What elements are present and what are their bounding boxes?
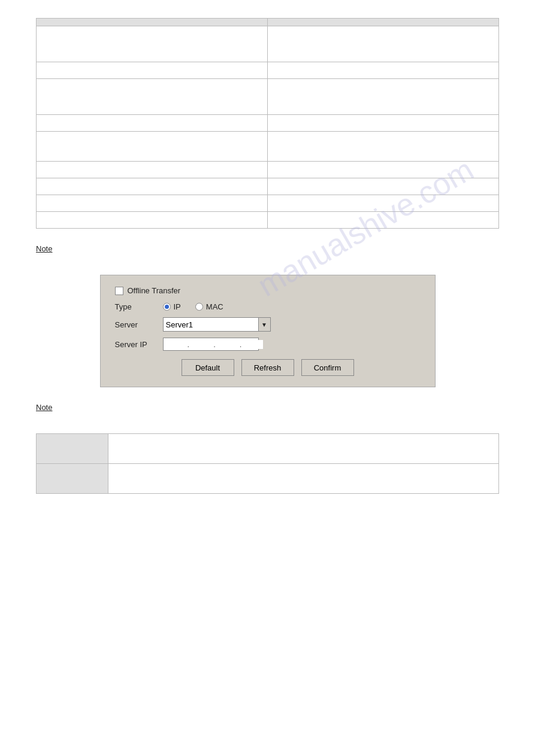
select-arrow-icon[interactable]: ▼	[259, 317, 271, 332]
table-cell-label	[37, 115, 268, 132]
table-cell-value	[268, 212, 499, 229]
table-row	[37, 26, 499, 62]
note2-text: Note	[36, 403, 52, 412]
confirm-button[interactable]: Confirm	[301, 359, 354, 376]
bottom-table-cell-label	[37, 464, 108, 494]
table-cell-value	[268, 79, 499, 115]
table-cell-value	[268, 26, 499, 62]
offline-transfer-row: Offline Transfer	[115, 286, 421, 295]
top-table-header-col2	[268, 19, 499, 26]
type-radio-group: IP MAC	[163, 302, 223, 311]
ip-dot-3: .	[240, 340, 242, 349]
table-row	[37, 178, 499, 195]
table-cell-value	[268, 178, 499, 195]
ip-input-field[interactable]: . . .	[163, 338, 259, 351]
type-row: Type IP MAC	[115, 302, 421, 311]
table-cell-label	[37, 162, 268, 178]
server-select-wrapper: Server1 ▼	[163, 317, 271, 332]
ip-dot-2: .	[213, 340, 216, 349]
mac-radio-item[interactable]: MAC	[195, 302, 223, 311]
table-cell-value	[268, 62, 499, 79]
default-button[interactable]: Default	[182, 359, 234, 376]
server-ip-row: Server IP . . .	[115, 338, 421, 351]
ip-segment-3[interactable]	[218, 340, 237, 349]
bottom-table-cell-value	[108, 434, 499, 464]
table-cell-label	[37, 79, 268, 115]
note1-text: Note	[36, 244, 52, 253]
ip-segment-1[interactable]	[166, 340, 185, 349]
mac-radio-button[interactable]	[195, 303, 203, 311]
ip-radio-button[interactable]	[163, 303, 171, 311]
bottom-table-cell-label	[37, 434, 108, 464]
table-row	[37, 434, 499, 464]
ip-dot-1: .	[188, 340, 190, 349]
dialog-buttons: Default Refresh Confirm	[115, 359, 421, 376]
mac-radio-label: MAC	[206, 302, 223, 311]
table-row	[37, 464, 499, 494]
table-row	[37, 79, 499, 115]
table-cell-value	[268, 195, 499, 212]
type-label: Type	[115, 302, 163, 311]
table-row	[37, 132, 499, 162]
server-ip-label: Server IP	[115, 340, 163, 349]
offline-transfer-checkbox[interactable]	[115, 287, 123, 295]
server-select[interactable]: Server1	[163, 317, 259, 332]
table-cell-value	[268, 115, 499, 132]
table-row	[37, 212, 499, 229]
table-cell-label	[37, 62, 268, 79]
table-row	[37, 162, 499, 178]
bottom-table	[36, 433, 499, 494]
server-row: Server Server1 ▼	[115, 317, 421, 332]
table-cell-value	[268, 132, 499, 162]
top-table-header-col1	[37, 19, 268, 26]
table-cell-label	[37, 212, 268, 229]
table-cell-label	[37, 26, 268, 62]
bottom-table-cell-value	[108, 464, 499, 494]
ip-segment-2[interactable]	[192, 340, 211, 349]
ip-radio-item[interactable]: IP	[163, 302, 181, 311]
ip-radio-label: IP	[174, 302, 181, 311]
refresh-button[interactable]: Refresh	[241, 359, 294, 376]
table-cell-label	[37, 178, 268, 195]
table-row	[37, 195, 499, 212]
table-cell-label	[37, 132, 268, 162]
table-cell-value	[268, 162, 499, 178]
dialog-container: Offline Transfer Type IP MAC	[36, 275, 499, 387]
ip-segment-4[interactable]	[244, 340, 263, 349]
server-label: Server	[115, 320, 163, 329]
table-row	[37, 115, 499, 132]
offline-transfer-label: Offline Transfer	[128, 286, 181, 295]
table-cell-label	[37, 195, 268, 212]
table-row	[37, 62, 499, 79]
top-table	[36, 18, 499, 229]
dialog-box: Offline Transfer Type IP MAC	[100, 275, 436, 387]
